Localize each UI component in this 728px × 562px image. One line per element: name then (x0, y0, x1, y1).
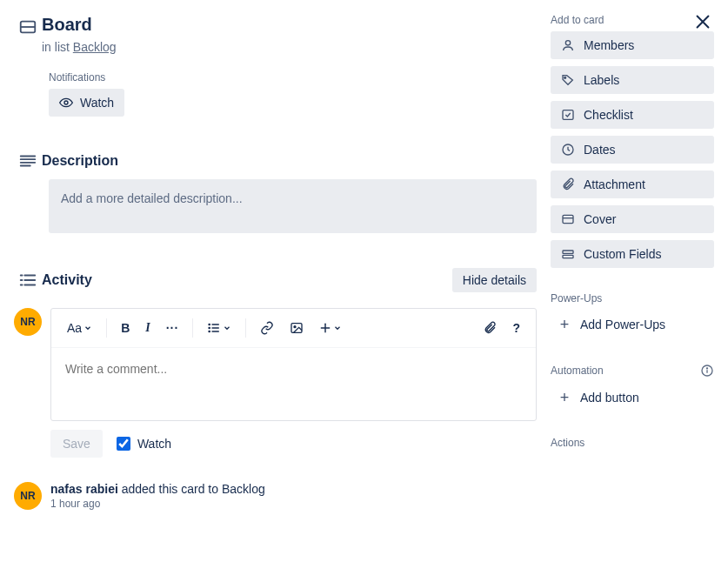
editor-toolbar: Aa B I ··· (51, 309, 536, 348)
activity-action-text: added this card to Backlog (118, 482, 265, 496)
checklist-icon (561, 108, 575, 122)
dates-icon (561, 143, 575, 157)
list-button[interactable] (202, 318, 237, 338)
comment-editor: Aa B I ··· (50, 308, 537, 421)
card-title[interactable]: Board (42, 14, 537, 35)
labels-label: Labels (584, 73, 619, 87)
description-icon (14, 151, 42, 171)
in-list-text: in list Backlog (42, 40, 537, 54)
svg-point-33 (706, 368, 707, 369)
more-format-button[interactable]: ··· (161, 318, 184, 338)
plus-icon: + (558, 317, 571, 332)
activity-section-header: Activity Hide details (14, 268, 537, 292)
svg-point-2 (64, 101, 68, 104)
activity-heading: Activity (42, 272, 452, 288)
automation-label: Automation (551, 365, 604, 377)
current-user-avatar: NR (14, 308, 42, 336)
cover-icon (561, 212, 575, 226)
cover-label: Cover (584, 212, 616, 226)
watch-button-label: Watch (80, 96, 114, 110)
description-section-header: Description (14, 151, 537, 171)
members-icon (561, 38, 575, 52)
eye-icon (59, 96, 73, 110)
svg-rect-30 (563, 255, 573, 258)
dates-label: Dates (584, 143, 616, 157)
svg-rect-29 (563, 251, 573, 253)
insert-button[interactable] (314, 318, 347, 338)
hide-details-button[interactable]: Hide details (452, 268, 537, 292)
card-icon (14, 14, 42, 37)
svg-point-17 (209, 331, 210, 331)
custom-fields-button[interactable]: Custom Fields (551, 240, 714, 268)
activity-icon (14, 271, 42, 290)
svg-point-23 (565, 41, 570, 45)
italic-button[interactable]: I (140, 318, 155, 338)
plus-icon: + (558, 390, 571, 405)
activity-log-item: NR nafas rabiei added this card to Backl… (14, 482, 537, 510)
svg-point-15 (209, 327, 210, 328)
powerups-label: Power-Ups (551, 292, 714, 304)
checklist-button[interactable]: Checklist (551, 101, 714, 129)
help-button[interactable]: ? (507, 318, 525, 338)
watch-checkbox-text: Watch (137, 437, 171, 451)
activity-time: 1 hour ago (50, 498, 265, 510)
checklist-label: Checklist (584, 108, 633, 122)
add-to-card-label: Add to card (551, 14, 714, 26)
separator (106, 318, 107, 338)
svg-point-13 (209, 324, 210, 324)
add-powerups-button[interactable]: + Add Power-Ups (551, 310, 714, 339)
card-header: Board in list Backlog (14, 14, 537, 54)
add-automation-button[interactable]: + Add button (551, 383, 714, 412)
add-automation-label: Add button (580, 391, 639, 405)
cover-button[interactable]: Cover (551, 205, 714, 233)
custom-fields-label: Custom Fields (584, 247, 661, 261)
watch-checkbox[interactable] (117, 437, 130, 451)
activity-user-avatar: NR (14, 482, 42, 510)
custom-fields-icon (561, 247, 575, 261)
dates-button[interactable]: Dates (551, 136, 714, 164)
separator (245, 318, 246, 338)
list-link[interactable]: Backlog (73, 40, 117, 54)
comment-textarea[interactable] (51, 348, 536, 418)
attachment-label: Attachment (584, 177, 645, 191)
actions-label: Actions (551, 437, 714, 449)
close-button[interactable] (693, 12, 712, 31)
link-button[interactable] (255, 318, 279, 338)
svg-rect-27 (563, 215, 573, 223)
text-style-button[interactable]: Aa (62, 318, 97, 338)
members-label: Members (584, 38, 634, 52)
bold-button[interactable]: B (116, 318, 135, 338)
attachment-in-editor-button[interactable] (478, 318, 502, 338)
attachment-button[interactable]: Attachment (551, 171, 714, 198)
image-button[interactable] (284, 318, 309, 338)
activity-user-name[interactable]: nafas rabiei (50, 482, 118, 496)
info-icon[interactable] (700, 364, 714, 378)
labels-button[interactable]: Labels (551, 66, 714, 94)
svg-point-24 (564, 77, 566, 78)
description-input[interactable]: Add a more detailed description... (49, 179, 537, 233)
svg-rect-25 (563, 110, 573, 120)
labels-icon (561, 73, 575, 87)
notifications-label: Notifications (49, 71, 537, 84)
add-powerups-label: Add Power-Ups (580, 318, 665, 331)
save-comment-button[interactable]: Save (50, 430, 103, 458)
separator (192, 318, 193, 338)
svg-point-20 (294, 326, 296, 328)
description-heading: Description (42, 153, 537, 169)
watch-checkbox-label[interactable]: Watch (117, 437, 171, 451)
members-button[interactable]: Members (551, 31, 714, 59)
attachment-icon (561, 177, 575, 191)
watch-button[interactable]: Watch (49, 89, 124, 117)
